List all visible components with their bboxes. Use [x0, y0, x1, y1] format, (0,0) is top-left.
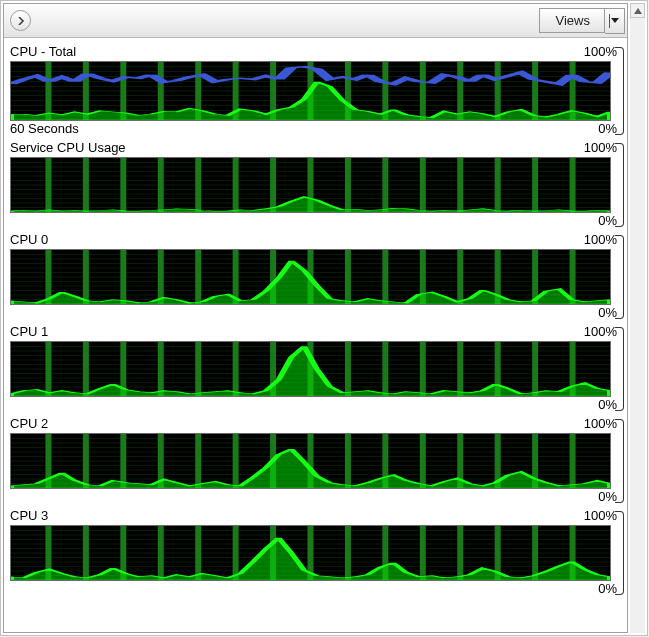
chart-header: CPU - Total100% — [10, 42, 625, 61]
chevron-down-icon — [611, 18, 619, 23]
chart-row — [10, 525, 625, 581]
chart-footer: 0% — [10, 213, 625, 230]
chart-max-label: 100% — [584, 232, 617, 247]
chart-footer: 0% — [10, 489, 625, 506]
window: Views CPU - Total100%60 Seconds0%Service… — [0, 0, 648, 636]
views-button[interactable]: Views — [539, 8, 625, 34]
views-label: Views — [539, 8, 605, 33]
chart-max-label: 100% — [584, 44, 617, 59]
chart-max-label: 100% — [584, 324, 617, 339]
axis-bracket — [611, 341, 625, 397]
chart-xaxis-label: 60 Seconds — [10, 121, 79, 136]
chart-title: CPU 3 — [10, 508, 48, 523]
chart-5: CPU 3100%0% — [10, 506, 625, 598]
chart-canvas[interactable] — [10, 341, 611, 397]
axis-bracket — [611, 525, 625, 581]
chart-footer: 0% — [10, 397, 625, 414]
chart-header: CPU 0100% — [10, 230, 625, 249]
main-pane: Views CPU - Total100%60 Seconds0%Service… — [3, 3, 628, 633]
chart-title: CPU 0 — [10, 232, 48, 247]
toolbar: Views — [4, 4, 627, 38]
views-dropdown-arrow[interactable] — [605, 8, 625, 34]
chart-canvas[interactable] — [10, 61, 611, 121]
chart-4: CPU 2100%0% — [10, 414, 625, 506]
chart-3: CPU 1100%0% — [10, 322, 625, 414]
chart-canvas[interactable] — [10, 525, 611, 581]
chart-footer: 60 Seconds0% — [10, 121, 625, 138]
chart-canvas[interactable] — [10, 249, 611, 305]
axis-bracket — [611, 249, 625, 305]
chart-max-label: 100% — [584, 140, 617, 155]
charts-container: CPU - Total100%60 Seconds0%Service CPU U… — [4, 38, 627, 602]
scrollbar-up-button[interactable] — [630, 3, 645, 18]
svg-marker-1 — [611, 18, 619, 23]
chart-row — [10, 157, 625, 213]
chart-row — [10, 249, 625, 305]
axis-bracket — [611, 433, 625, 489]
expand-button[interactable] — [10, 10, 31, 31]
chart-title: CPU 2 — [10, 416, 48, 431]
chart-row — [10, 433, 625, 489]
axis-bracket — [611, 61, 625, 121]
chart-footer: 0% — [10, 581, 625, 598]
chart-header: CPU 2100% — [10, 414, 625, 433]
chart-title: Service CPU Usage — [10, 140, 126, 155]
chart-row — [10, 61, 625, 121]
svg-marker-109 — [11, 346, 610, 396]
svg-marker-0 — [634, 8, 642, 14]
axis-bracket — [611, 157, 625, 213]
chart-title: CPU - Total — [10, 44, 76, 59]
chart-canvas[interactable] — [10, 433, 611, 489]
svg-marker-55 — [11, 197, 610, 212]
chart-header: CPU 1100% — [10, 322, 625, 341]
chart-max-label: 100% — [584, 416, 617, 431]
chart-row — [10, 341, 625, 397]
chevron-right-icon — [17, 17, 25, 25]
chart-1: Service CPU Usage100%0% — [10, 138, 625, 230]
scrollbar-track[interactable] — [630, 18, 645, 633]
chart-title: CPU 1 — [10, 324, 48, 339]
chart-footer: 0% — [10, 305, 625, 322]
chart-header: CPU 3100% — [10, 506, 625, 525]
chart-canvas[interactable] — [10, 157, 611, 213]
chart-header: Service CPU Usage100% — [10, 138, 625, 157]
chart-0: CPU - Total100%60 Seconds0% — [10, 42, 625, 138]
chart-max-label: 100% — [584, 508, 617, 523]
chart-2: CPU 0100%0% — [10, 230, 625, 322]
